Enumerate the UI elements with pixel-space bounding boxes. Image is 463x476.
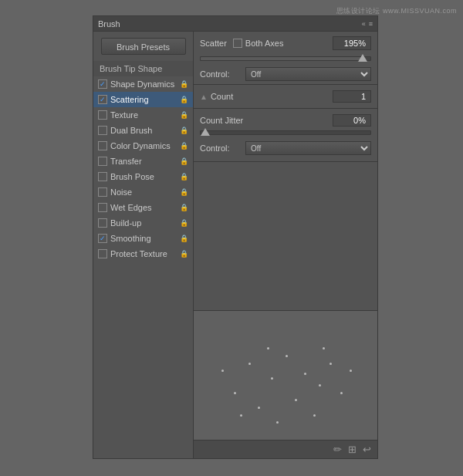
lock-icon-scattering: 🔒 [180, 96, 188, 103]
scatter-control-select[interactable]: Off Fade Pen Pressure Pen Tilt [245, 67, 371, 81]
count-label: Count [211, 92, 333, 101]
label-noise: Noise [110, 187, 177, 197]
count-jitter-slider-track[interactable] [200, 130, 371, 135]
panel-controls: « ≡ [362, 20, 373, 28]
preview-dot [323, 347, 325, 349]
label-color-dynamics: Color Dynamics [110, 141, 177, 150]
count-jitter-label: Count Jitter [200, 116, 333, 125]
preview-dot [304, 373, 306, 375]
checkbox-wet-edges[interactable] [98, 203, 107, 212]
lock-icon-transfer: 🔒 [180, 157, 188, 165]
checkbox-color-dynamics[interactable] [98, 141, 107, 150]
lock-icon-shape-dynamics: 🔒 [180, 80, 188, 88]
sidebar-item-protect-texture[interactable]: Protect Texture 🔒 [93, 246, 193, 262]
both-axes-label: Both Axes [245, 39, 284, 48]
sidebar-item-scattering[interactable]: Scattering 🔒 [93, 92, 193, 107]
sidebar-item-texture[interactable]: Texture 🔒 [93, 107, 193, 123]
panel-body: Brush Presets Brush Tip Shape Shape Dyna… [93, 32, 377, 458]
scatter-slider-row [194, 55, 377, 64]
checkbox-build-up[interactable] [98, 218, 107, 228]
preview-dot [258, 407, 260, 409]
scatter-header: Scatter Both Axes [194, 32, 377, 55]
scatter-slider-thumb[interactable] [358, 54, 367, 62]
grid-icon[interactable]: ⊞ [348, 444, 357, 455]
checkbox-smoothing[interactable] [98, 234, 107, 243]
panel-collapse-btn[interactable]: « [362, 20, 366, 28]
count-jitter-row: Count Jitter [194, 112, 377, 129]
label-transfer: Transfer [110, 157, 177, 166]
count-jitter-control-label: Control: [200, 143, 242, 153]
sidebar-item-wet-edges[interactable]: Wet Edges 🔒 [93, 200, 193, 215]
lock-icon-brush-pose: 🔒 [180, 173, 188, 181]
checkbox-scattering[interactable] [98, 95, 107, 104]
main-content: Scatter Both Axes Control: [194, 32, 377, 458]
sidebar-item-build-up[interactable]: Build-up 🔒 [93, 215, 193, 231]
lock-icon-texture: 🔒 [180, 111, 188, 119]
lock-icon-color-dynamics: 🔒 [180, 142, 188, 150]
preview-dots [194, 311, 377, 459]
sidebar-item-transfer[interactable]: Transfer 🔒 [93, 154, 193, 169]
preview-dot [234, 392, 236, 394]
label-build-up: Build-up [110, 218, 177, 228]
lock-icon-protect-texture: 🔒 [180, 250, 188, 258]
label-smoothing: Smoothing [110, 234, 177, 243]
panel-menu-btn[interactable]: ≡ [369, 20, 373, 28]
scatter-value-input[interactable] [333, 36, 371, 50]
label-protect-texture: Protect Texture [110, 249, 177, 258]
sidebar-item-dual-brush[interactable]: Dual Brush 🔒 [93, 123, 193, 138]
preview-dot [330, 363, 332, 365]
sidebar-item-color-dynamics[interactable]: Color Dynamics 🔒 [93, 138, 193, 154]
checkbox-dual-brush[interactable] [98, 126, 107, 135]
lock-icon-wet-edges: 🔒 [180, 204, 188, 211]
sidebar-list: Shape Dynamics 🔒 Scattering 🔒 Texture 🔒 [93, 76, 193, 458]
lock-icon-smoothing: 🔒 [180, 235, 188, 242]
preview-dot [240, 414, 242, 417]
scatter-control-label: Control: [200, 69, 242, 79]
sidebar-item-shape-dynamics[interactable]: Shape Dynamics 🔒 [93, 76, 193, 92]
count-jitter-section: Count Jitter Control: Off Fade [194, 109, 377, 162]
panel-title: Brush [98, 19, 120, 29]
preview-dot [319, 384, 321, 387]
settings-icon[interactable]: ↩ [363, 444, 371, 455]
checkbox-shape-dynamics[interactable] [98, 79, 107, 89]
both-axes-check[interactable]: Both Axes [233, 39, 284, 48]
sidebar-item-smoothing[interactable]: Smoothing 🔒 [93, 231, 193, 246]
scatter-slider-track[interactable] [200, 56, 371, 61]
preview-dot [276, 421, 279, 424]
count-value-input[interactable] [333, 90, 371, 103]
sidebar-item-brush-pose[interactable]: Brush Pose 🔒 [93, 169, 193, 184]
checkbox-noise[interactable] [98, 187, 107, 197]
count-jitter-control-select[interactable]: Off Fade Pen Pressure Pen Tilt [245, 141, 371, 155]
scatter-section: Scatter Both Axes Control: [194, 32, 377, 85]
brush-presets-button[interactable]: Brush Presets [101, 38, 186, 55]
preview-dot [248, 363, 251, 365]
panel-header: Brush « ≡ [93, 16, 377, 32]
preview-dot [267, 347, 269, 349]
label-shape-dynamics: Shape Dynamics [110, 79, 177, 89]
label-texture: Texture [110, 110, 177, 120]
label-dual-brush: Dual Brush [110, 126, 177, 135]
preview-area: ✏ ⊞ ↩ [194, 310, 377, 459]
brush-icon[interactable]: ✏ [333, 444, 342, 455]
checkbox-brush-pose[interactable] [98, 172, 107, 181]
preview-dot [295, 399, 297, 401]
preview-dot [271, 377, 273, 380]
count-arrow[interactable]: ▲ [200, 93, 208, 101]
sidebar-item-noise[interactable]: Noise 🔒 [93, 184, 193, 200]
count-jitter-slider-row [194, 129, 377, 138]
preview-dot [340, 392, 343, 394]
lock-icon-dual-brush: 🔒 [180, 127, 188, 134]
sidebar-section-label: Brush Tip Shape [93, 61, 193, 76]
count-jitter-value-input[interactable] [333, 114, 371, 127]
scatter-label: Scatter [200, 39, 227, 48]
scatter-control-row: Control: Off Fade Pen Pressure Pen Tilt [194, 64, 377, 84]
checkbox-transfer[interactable] [98, 157, 107, 166]
preview-dot [286, 355, 288, 357]
count-jitter-slider-thumb[interactable] [201, 128, 210, 136]
label-wet-edges: Wet Edges [110, 203, 177, 212]
checkbox-texture[interactable] [98, 110, 107, 120]
both-axes-checkbox[interactable] [233, 39, 242, 48]
preview-toolbar: ✏ ⊞ ↩ [194, 440, 377, 458]
label-scattering: Scattering [110, 95, 177, 104]
checkbox-protect-texture[interactable] [98, 249, 107, 258]
